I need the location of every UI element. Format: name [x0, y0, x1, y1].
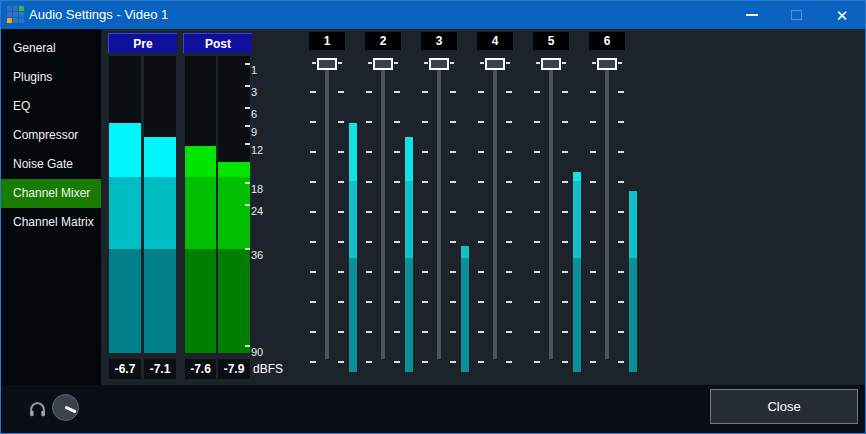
minimize-button[interactable] [732, 1, 772, 29]
channel-number: 4 [477, 32, 513, 50]
fader-track[interactable] [325, 69, 329, 359]
window-title: Audio Settings - Video 1 [29, 1, 168, 29]
fader-tick [338, 62, 342, 64]
sidebar-item-label: Plugins [13, 70, 52, 84]
sidebar-item-label: Channel Matrix [13, 215, 94, 229]
pre-left-db-value: -6.7 [109, 359, 141, 379]
fader-handle[interactable] [429, 58, 449, 70]
channel-strip-2: 2 [355, 1, 411, 385]
scale-mark: 18 [245, 182, 275, 198]
scale-tick [245, 248, 250, 250]
fader-handle[interactable] [541, 58, 561, 70]
pre-meter-right [144, 56, 176, 353]
scale-mark: 1 [245, 63, 275, 79]
scale-tick [245, 182, 250, 184]
fader-tick-column [534, 91, 540, 363]
sidebar-item-noise-gate[interactable]: Noise Gate [1, 150, 101, 179]
meter-unlit [185, 56, 216, 146]
post-right-db-value: -7.9 [218, 359, 250, 379]
sidebar-item-eq[interactable]: EQ [1, 92, 101, 121]
channel-number: 3 [421, 32, 457, 50]
scale-mark: 9 [245, 125, 275, 141]
scale-label: 3 [251, 86, 257, 99]
post-meter-left [185, 56, 216, 353]
fader-track[interactable] [605, 69, 609, 359]
scale-tick [245, 204, 250, 206]
scale-mark: 6 [245, 107, 275, 123]
meter-unlit [109, 56, 141, 123]
minimize-icon [746, 14, 758, 16]
fader-tick [450, 62, 454, 64]
maximize-button [776, 1, 816, 29]
channel-strip-4: 4 [467, 1, 523, 385]
knob-pointer [64, 406, 76, 414]
scale-tick [245, 107, 250, 109]
fader-track[interactable] [381, 69, 385, 359]
fader-track[interactable] [549, 69, 553, 359]
channel-number: 2 [365, 32, 401, 50]
sidebar-item-compressor[interactable]: Compressor [1, 121, 101, 150]
fader-handle[interactable] [317, 58, 337, 70]
meter-unlit [629, 63, 637, 191]
channel-number: 6 [589, 32, 625, 50]
scale-label: 6 [251, 108, 257, 121]
close-button[interactable]: Close [710, 389, 858, 424]
scale-mark: 36 [245, 248, 275, 264]
fader-tick-column [506, 91, 512, 363]
fader-tick [480, 62, 484, 64]
channel-strip-6: 6 [579, 1, 635, 385]
maximize-icon [791, 10, 802, 20]
channel-number: 5 [533, 32, 569, 50]
scale-tick [245, 85, 250, 87]
sidebar-item-label: Compressor [13, 128, 78, 142]
fader-tick [506, 62, 510, 64]
pre-meter-left [109, 56, 141, 353]
scale-tick [245, 125, 250, 127]
sidebar-item-channel-matrix[interactable]: Channel Matrix [1, 208, 101, 237]
headphone-volume-knob[interactable] [52, 394, 79, 421]
pre-meter-header: Pre [108, 33, 177, 53]
fader-tick-column [394, 91, 400, 363]
fader-tick-column [422, 91, 428, 363]
channel-meter [629, 63, 637, 372]
fader-track[interactable] [493, 69, 497, 359]
scale-tick [245, 63, 250, 65]
scale-mark: 3 [245, 85, 275, 101]
channel-strip-3: 3 [411, 1, 467, 385]
pre-right-db-value: -7.1 [144, 359, 176, 379]
close-window-button[interactable]: ✕ [822, 1, 862, 29]
fader-track[interactable] [437, 69, 441, 359]
fader-tick [424, 62, 428, 64]
sidebar-item-label: Noise Gate [13, 157, 73, 171]
scale-mark: 24 [245, 204, 275, 220]
scale-label: 36 [251, 249, 263, 262]
sidebar-item-channel-mixer[interactable]: Channel Mixer [1, 179, 101, 208]
meter-unlit [144, 56, 176, 137]
fader-tick [312, 62, 316, 64]
channel-number: 1 [309, 32, 345, 50]
sidebar-item-label: Channel Mixer [13, 186, 90, 200]
fader-tick-column [338, 91, 344, 363]
sidebar-item-general[interactable]: General [1, 34, 101, 63]
fader-tick [394, 62, 398, 64]
fader-handle[interactable] [485, 58, 505, 70]
sidebar-item-plugins[interactable]: Plugins [1, 63, 101, 92]
fader-tick-column [562, 91, 568, 363]
fader-tick-column [450, 91, 456, 363]
scale-tick [245, 345, 250, 347]
fader-tick [562, 62, 566, 64]
fader-tick-column [590, 91, 596, 363]
scale-mark: 90 [245, 345, 275, 361]
close-icon: ✕ [836, 8, 849, 23]
scale-mark: 12 [245, 143, 275, 159]
headphones-icon[interactable] [28, 400, 47, 419]
fader-tick [368, 62, 372, 64]
fader-handle[interactable] [597, 58, 617, 70]
dbfs-unit-label: dBFS [253, 359, 283, 379]
fader-handle[interactable] [373, 58, 393, 70]
sidebar-item-label: EQ [13, 99, 30, 113]
scale-label: 18 [251, 183, 263, 196]
fader-tick-column [478, 91, 484, 363]
fader-tick-column [310, 91, 316, 363]
fader-tick [618, 62, 622, 64]
